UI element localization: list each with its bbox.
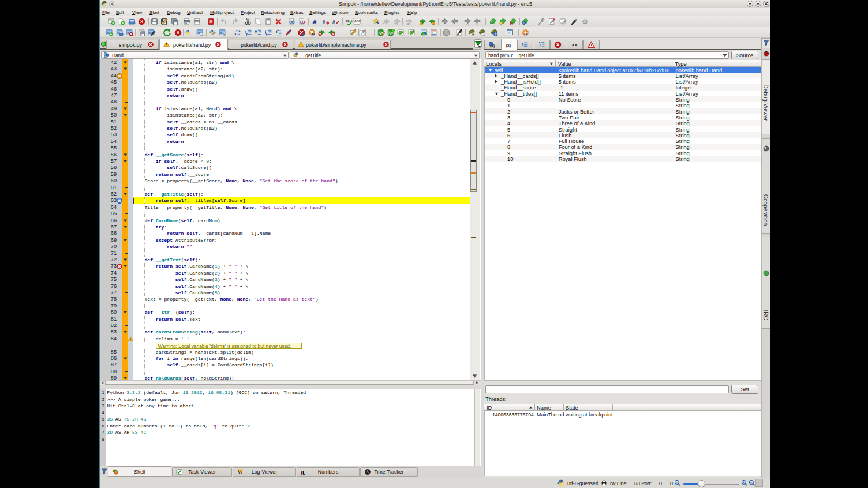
svg-text:ab: ab: [346, 19, 350, 22]
svg-text:#: #: [322, 19, 326, 25]
svg-text:(x): (x): [506, 43, 510, 48]
svg-text:#: #: [332, 19, 336, 25]
svg-text:(x): (x): [490, 44, 495, 48]
svg-text:#: #: [313, 18, 317, 25]
svg-text:3: 3: [561, 479, 563, 483]
svg-text:ABC: ABC: [354, 20, 361, 23]
